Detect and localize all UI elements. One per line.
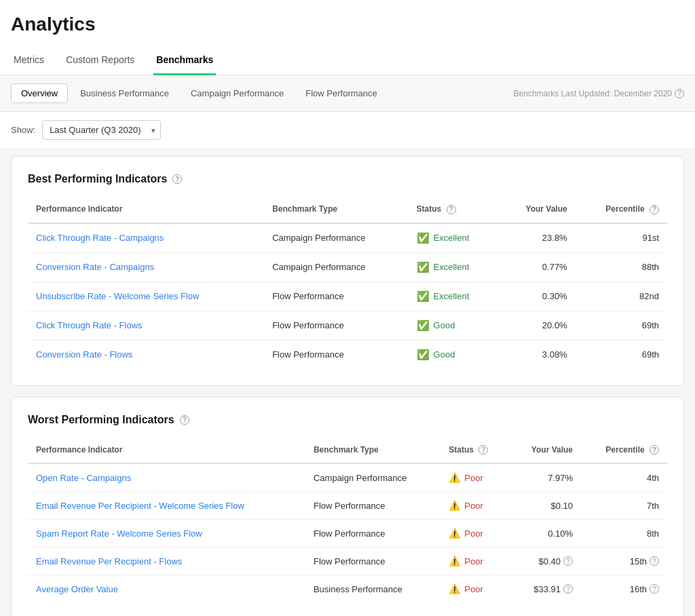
table-row: Email Revenue Per Recipient - Flows Flow… [28, 547, 667, 575]
benchmark-type-cell: Flow Performance [264, 311, 408, 340]
your-value: 7.97% [548, 473, 573, 483]
your-value: 3.08% [542, 349, 567, 360]
indicator-link[interactable]: Email Revenue Per Recipient - Welcome Se… [36, 501, 244, 511]
indicator-cell: Conversion Rate - Flows [28, 340, 264, 369]
indicator-link[interactable]: Unsubscribe Rate - Welcome Series Flow [36, 291, 199, 301]
benchmark-type-cell: Campaign Performance [264, 252, 408, 282]
sub-nav-business-performance[interactable]: Business Performance [71, 84, 179, 102]
your-value-cell: $0.40 ? [510, 547, 581, 575]
percentile-value: 69th [642, 320, 659, 330]
worst-performing-table: Performance Indicator Benchmark Type Sta… [28, 440, 667, 603]
check-circle-icon: ✅ [417, 290, 430, 303]
table-row: Average Order Value Business Performance… [28, 575, 667, 603]
status-help-icon-best[interactable]: ? [447, 205, 456, 214]
sub-nav-campaign-performance[interactable]: Campaign Performance [181, 84, 293, 102]
status-badge: ✅ Good [417, 349, 491, 361]
your-value-cell: 0.77% [500, 252, 576, 282]
table-row: Click Through Rate - Flows Flow Performa… [28, 311, 667, 340]
best-performing-help-icon[interactable]: ? [172, 174, 182, 184]
percentile-cell: 91st [576, 223, 667, 253]
indicator-link[interactable]: Open Rate - Campaigns [36, 473, 131, 483]
indicator-link[interactable]: Click Through Rate - Flows [36, 320, 143, 330]
percentile-cell: 7th [581, 492, 667, 520]
value-help-icon[interactable]: ? [563, 556, 573, 566]
worst-performing-help-icon[interactable]: ? [180, 415, 189, 425]
col-status-best: Status ? [409, 199, 500, 223]
percentile-value: 88th [642, 262, 659, 272]
best-performing-title: Best Performing Indicators ? [28, 173, 667, 185]
your-value: $33.91 [533, 584, 561, 594]
percentile-value: 69th [642, 349, 659, 360]
status-badge: ⚠️ Poor [449, 528, 501, 539]
top-nav-custom-reports[interactable]: Custom Reports [63, 46, 137, 75]
warning-icon: ⚠️ [449, 583, 460, 594]
show-dropdown-wrapper: Last Quarter (Q3 2020) [42, 120, 161, 140]
sub-nav: Overview Business Performance Campaign P… [0, 75, 695, 112]
percentile-help-icon-worst[interactable]: ? [650, 445, 659, 455]
percentile-cell: 88th [576, 252, 667, 282]
percentile-cell: 69th [576, 340, 667, 369]
sub-nav-flow-performance[interactable]: Flow Performance [296, 84, 386, 102]
show-dropdown[interactable]: Last Quarter (Q3 2020) [42, 120, 161, 140]
benchmark-type-cell: Flow Performance [305, 547, 440, 575]
indicator-cell: Spam Report Rate - Welcome Series Flow [28, 520, 305, 547]
indicator-cell: Open Rate - Campaigns [28, 463, 305, 492]
your-value-cell: 7.97% [510, 463, 581, 492]
page-title: Analytics [11, 14, 684, 35]
indicator-link[interactable]: Email Revenue Per Recipient - Flows [36, 556, 182, 566]
indicator-link[interactable]: Click Through Rate - Campaigns [36, 233, 164, 243]
sub-nav-overview[interactable]: Overview [11, 83, 68, 103]
indicator-cell: Click Through Rate - Campaigns [28, 223, 264, 253]
check-circle-icon: ✅ [417, 320, 430, 332]
your-value-cell: $33.91 ? [510, 575, 581, 603]
your-value-cell: 0.10% [510, 520, 581, 547]
warning-icon: ⚠️ [449, 472, 460, 483]
percentile-help-icon-best[interactable]: ? [650, 205, 659, 214]
page-header: Analytics [0, 0, 695, 35]
warning-icon: ⚠️ [449, 528, 460, 539]
your-value: $0.10 [550, 501, 573, 511]
status-badge: ✅ Excellent [417, 290, 491, 303]
indicator-link[interactable]: Conversion Rate - Flows [36, 349, 132, 360]
col-percentile-worst: Percentile ? [581, 440, 667, 464]
status-help-icon-worst[interactable]: ? [478, 445, 488, 455]
benchmark-type-cell: Business Performance [305, 575, 440, 603]
show-label: Show: [11, 125, 35, 135]
status-badge: ⚠️ Poor [449, 500, 501, 511]
status-cell: ✅ Excellent [409, 223, 500, 253]
main-content: Best Performing Indicators ? Performance… [0, 148, 695, 616]
your-value-cell: 0.30% [500, 282, 576, 311]
percentile-value: 82nd [639, 291, 659, 301]
indicator-cell: Email Revenue Per Recipient - Welcome Se… [28, 492, 305, 520]
check-circle-icon: ✅ [417, 349, 430, 361]
benchmark-type-cell: Campaign Performance [264, 223, 408, 253]
indicator-link[interactable]: Spam Report Rate - Welcome Series Flow [36, 528, 202, 539]
benchmarks-updated-help-icon[interactable]: ? [675, 89, 684, 98]
percentile-row-help-icon[interactable]: ? [650, 556, 659, 566]
worst-performing-card: Worst Performing Indicators ? Performanc… [11, 397, 684, 617]
percentile-value: 16th [630, 584, 647, 594]
value-help-icon[interactable]: ? [563, 584, 573, 594]
status-cell: ✅ Good [409, 340, 500, 369]
check-circle-icon: ✅ [417, 261, 430, 273]
table-row: Email Revenue Per Recipient - Welcome Se… [28, 492, 667, 520]
status-badge: ⚠️ Poor [449, 556, 501, 566]
percentile-cell: 82nd [576, 282, 667, 311]
your-value: 0.77% [542, 262, 567, 272]
your-value: 0.10% [548, 528, 573, 539]
indicator-link[interactable]: Average Order Value [36, 584, 118, 594]
top-nav-benchmarks[interactable]: Benchmarks [153, 46, 216, 75]
status-cell: ⚠️ Poor [440, 520, 509, 547]
col-your-value-worst: Your Value [510, 440, 581, 464]
indicator-cell: Email Revenue Per Recipient - Flows [28, 547, 305, 575]
your-value-cell: 20.0% [500, 311, 576, 340]
status-cell: ✅ Excellent [409, 252, 500, 282]
percentile-value: 91st [642, 233, 659, 243]
percentile-cell: 16th ? [581, 575, 667, 603]
percentile-row-help-icon[interactable]: ? [650, 584, 659, 594]
top-nav-metrics[interactable]: Metrics [11, 46, 47, 75]
worst-performing-title: Worst Performing Indicators ? [28, 414, 667, 426]
warning-icon: ⚠️ [449, 556, 460, 566]
check-circle-icon: ✅ [417, 232, 430, 244]
indicator-link[interactable]: Conversion Rate - Campaigns [36, 262, 154, 272]
